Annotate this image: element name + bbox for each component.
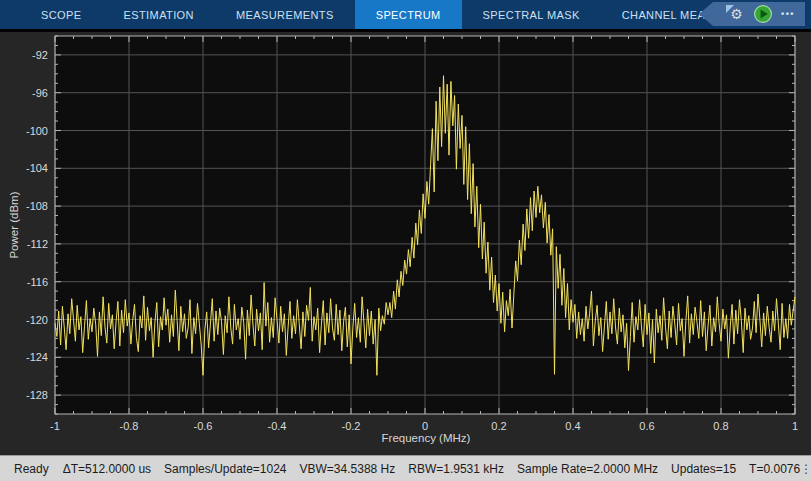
y-tick-label: -92 (32, 49, 48, 61)
tab-spectral-mask[interactable]: SPECTRAL MASK (462, 0, 601, 29)
spectrum-plot[interactable]: -1-0.8-0.6-0.4-0.200.20.40.60.81-92-96-1… (0, 32, 811, 455)
more-options-icon[interactable]: ••• (781, 9, 795, 19)
gear-flag-accent (726, 5, 734, 13)
tab-scope[interactable]: SCOPE (20, 0, 103, 29)
quick-access-banner: ⚙ ••• (699, 2, 805, 26)
y-axis-label: Power (dBm) (8, 175, 20, 275)
toolstrip: SCOPE ESTIMATION MEASUREMENTS SPECTRUM S… (0, 0, 811, 29)
tab-spectrum[interactable]: SPECTRUM (355, 0, 462, 29)
status-updates: Updates=15 (671, 462, 736, 476)
x-tick-label: 0.4 (565, 420, 580, 432)
x-tick-label: 1 (792, 420, 798, 432)
y-tick-label: -128 (26, 389, 48, 401)
tab-measurements[interactable]: MEASUREMENTS (215, 0, 355, 29)
status-readouts: ΔT=512.0000 us Samples/Update=1024 VBW=3… (63, 462, 800, 476)
tab-estimation[interactable]: ESTIMATION (103, 0, 215, 29)
y-tick-label: -104 (26, 162, 48, 174)
settings-gear-icon[interactable]: ⚙ (728, 6, 745, 23)
status-delta-t: ΔT=512.0000 us (63, 462, 151, 476)
y-tick-label: -96 (32, 87, 48, 99)
x-tick-label: 0 (422, 420, 428, 432)
y-tick-label: -116 (27, 276, 48, 288)
x-tick-label: 0.6 (639, 420, 654, 432)
status-ready: Ready (14, 462, 49, 476)
y-tick-label: -124 (26, 351, 48, 363)
x-tick-label: 0.2 (491, 420, 506, 432)
x-tick-label: 0.8 (713, 420, 728, 432)
y-tick-label: -100 (26, 125, 48, 137)
x-tick-label: -1 (50, 420, 60, 432)
y-tick-label: -108 (26, 200, 48, 212)
y-tick-label: -120 (26, 314, 48, 326)
x-tick-label: -0.8 (120, 420, 139, 432)
x-tick-label: -0.2 (342, 420, 361, 432)
x-axis-label: Frequency (MHz) (281, 432, 571, 444)
y-tick-label: -112 (27, 238, 48, 250)
status-bar: Ready ΔT=512.0000 us Samples/Update=1024… (0, 455, 811, 481)
x-tick-label: -0.4 (268, 420, 287, 432)
status-vbw: VBW=34.5388 Hz (300, 462, 396, 476)
status-menu-icon[interactable]: ⋮ (800, 464, 811, 474)
status-sample-rate: Sample Rate=2.0000 MHz (517, 462, 658, 476)
status-samples-per-update: Samples/Update=1024 (164, 462, 286, 476)
spectrum-display-panel: -1-0.8-0.6-0.4-0.200.20.40.60.81-92-96-1… (0, 32, 811, 455)
status-rbw: RBW=1.9531 kHz (408, 462, 504, 476)
status-time: T=0.0076 (749, 462, 800, 476)
toolstrip-tabs: SCOPE ESTIMATION MEASUREMENTS SPECTRUM S… (20, 0, 811, 29)
x-tick-label: -0.6 (194, 420, 213, 432)
run-icon[interactable] (754, 5, 772, 23)
